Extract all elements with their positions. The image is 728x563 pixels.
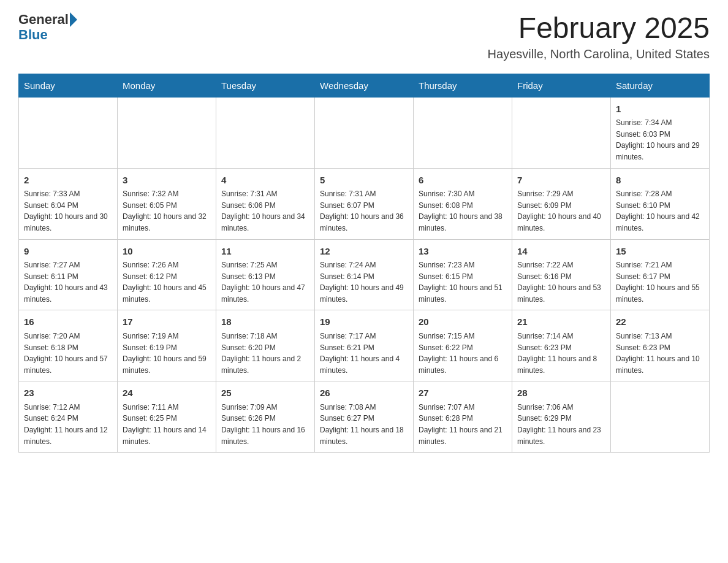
day-info: Sunrise: 7:15 AM Sunset: 6:22 PM Dayligh… xyxy=(419,331,507,376)
logo-general-text: General xyxy=(18,13,69,26)
calendar-cell: 1Sunrise: 7:34 AM Sunset: 6:03 PM Daylig… xyxy=(611,97,710,168)
day-info: Sunrise: 7:23 AM Sunset: 6:15 PM Dayligh… xyxy=(419,259,507,305)
day-of-week-header: Thursday xyxy=(414,74,512,97)
calendar-cell: 2Sunrise: 7:33 AM Sunset: 6:04 PM Daylig… xyxy=(19,168,118,239)
day-number: 28 xyxy=(517,386,605,400)
day-info: Sunrise: 7:12 AM Sunset: 6:24 PM Dayligh… xyxy=(24,402,112,447)
day-info: Sunrise: 7:33 AM Sunset: 6:04 PM Dayligh… xyxy=(24,188,112,234)
location-subtitle: Hayesville, North Carolina, United State… xyxy=(488,47,710,61)
day-of-week-header: Wednesday xyxy=(315,74,414,97)
day-info: Sunrise: 7:18 AM Sunset: 6:20 PM Dayligh… xyxy=(221,331,309,376)
calendar-cell: 12Sunrise: 7:24 AM Sunset: 6:14 PM Dayli… xyxy=(315,239,414,310)
day-info: Sunrise: 7:31 AM Sunset: 6:06 PM Dayligh… xyxy=(221,188,309,234)
day-info: Sunrise: 7:06 AM Sunset: 6:29 PM Dayligh… xyxy=(517,402,605,447)
day-number: 8 xyxy=(616,174,704,188)
day-info: Sunrise: 7:07 AM Sunset: 6:28 PM Dayligh… xyxy=(419,402,507,447)
calendar-cell: 4Sunrise: 7:31 AM Sunset: 6:06 PM Daylig… xyxy=(216,168,315,239)
day-number: 19 xyxy=(320,315,408,329)
day-info: Sunrise: 7:32 AM Sunset: 6:05 PM Dayligh… xyxy=(123,188,211,234)
day-number: 6 xyxy=(419,174,507,188)
day-info: Sunrise: 7:11 AM Sunset: 6:25 PM Dayligh… xyxy=(123,402,211,447)
day-number: 26 xyxy=(320,386,408,400)
day-number: 9 xyxy=(24,245,112,259)
day-number: 2 xyxy=(24,174,112,188)
calendar-cell: 24Sunrise: 7:11 AM Sunset: 6:25 PM Dayli… xyxy=(118,381,216,453)
calendar-cell: 8Sunrise: 7:28 AM Sunset: 6:10 PM Daylig… xyxy=(611,168,710,239)
day-number: 15 xyxy=(616,245,704,259)
calendar-cell xyxy=(611,381,710,453)
calendar-cell: 13Sunrise: 7:23 AM Sunset: 6:15 PM Dayli… xyxy=(414,239,512,310)
day-info: Sunrise: 7:14 AM Sunset: 6:23 PM Dayligh… xyxy=(517,331,605,376)
day-info: Sunrise: 7:09 AM Sunset: 6:26 PM Dayligh… xyxy=(221,402,309,447)
calendar-cell: 20Sunrise: 7:15 AM Sunset: 6:22 PM Dayli… xyxy=(414,310,512,381)
day-number: 23 xyxy=(24,386,112,400)
day-number: 12 xyxy=(320,245,408,259)
calendar-cell xyxy=(315,97,414,168)
day-number: 24 xyxy=(123,386,211,400)
calendar-cell: 23Sunrise: 7:12 AM Sunset: 6:24 PM Dayli… xyxy=(19,381,118,453)
logo: General Blue xyxy=(18,12,78,43)
calendar-cell: 21Sunrise: 7:14 AM Sunset: 6:23 PM Dayli… xyxy=(512,310,611,381)
day-info: Sunrise: 7:19 AM Sunset: 6:19 PM Dayligh… xyxy=(123,331,211,376)
calendar-cell: 11Sunrise: 7:25 AM Sunset: 6:13 PM Dayli… xyxy=(216,239,315,310)
calendar-cell: 7Sunrise: 7:29 AM Sunset: 6:09 PM Daylig… xyxy=(512,168,611,239)
day-info: Sunrise: 7:30 AM Sunset: 6:08 PM Dayligh… xyxy=(419,188,507,234)
day-info: Sunrise: 7:24 AM Sunset: 6:14 PM Dayligh… xyxy=(320,259,408,305)
day-number: 5 xyxy=(320,174,408,188)
day-number: 1 xyxy=(616,102,704,117)
day-of-week-header: Friday xyxy=(512,74,611,97)
calendar-cell: 18Sunrise: 7:18 AM Sunset: 6:20 PM Dayli… xyxy=(216,310,315,381)
calendar-week-row: 16Sunrise: 7:20 AM Sunset: 6:18 PM Dayli… xyxy=(19,310,710,381)
day-info: Sunrise: 7:17 AM Sunset: 6:21 PM Dayligh… xyxy=(320,331,408,376)
day-info: Sunrise: 7:13 AM Sunset: 6:23 PM Dayligh… xyxy=(616,331,704,376)
day-number: 25 xyxy=(221,386,309,400)
calendar-cell: 28Sunrise: 7:06 AM Sunset: 6:29 PM Dayli… xyxy=(512,381,611,453)
day-info: Sunrise: 7:31 AM Sunset: 6:07 PM Dayligh… xyxy=(320,188,408,234)
day-number: 11 xyxy=(221,245,309,259)
day-info: Sunrise: 7:22 AM Sunset: 6:16 PM Dayligh… xyxy=(517,259,605,305)
calendar-week-row: 1Sunrise: 7:34 AM Sunset: 6:03 PM Daylig… xyxy=(19,97,710,168)
day-of-week-header: Tuesday xyxy=(216,74,315,97)
day-number: 18 xyxy=(221,315,309,329)
day-number: 3 xyxy=(123,174,211,188)
calendar-cell xyxy=(512,97,611,168)
day-info: Sunrise: 7:28 AM Sunset: 6:10 PM Dayligh… xyxy=(616,188,704,234)
day-info: Sunrise: 7:25 AM Sunset: 6:13 PM Dayligh… xyxy=(221,259,309,305)
calendar-cell: 14Sunrise: 7:22 AM Sunset: 6:16 PM Dayli… xyxy=(512,239,611,310)
calendar-cell: 25Sunrise: 7:09 AM Sunset: 6:26 PM Dayli… xyxy=(216,381,315,453)
day-number: 10 xyxy=(123,245,211,259)
day-number: 17 xyxy=(123,315,211,329)
calendar-cell: 5Sunrise: 7:31 AM Sunset: 6:07 PM Daylig… xyxy=(315,168,414,239)
title-section: February 2025 Hayesville, North Carolina… xyxy=(488,12,710,61)
day-info: Sunrise: 7:20 AM Sunset: 6:18 PM Dayligh… xyxy=(24,331,112,376)
day-info: Sunrise: 7:34 AM Sunset: 6:03 PM Dayligh… xyxy=(616,117,704,163)
page-header: General Blue February 2025 Hayesville, N… xyxy=(18,12,710,61)
calendar-cell: 17Sunrise: 7:19 AM Sunset: 6:19 PM Dayli… xyxy=(118,310,216,381)
calendar-cell: 26Sunrise: 7:08 AM Sunset: 6:27 PM Dayli… xyxy=(315,381,414,453)
calendar-cell: 6Sunrise: 7:30 AM Sunset: 6:08 PM Daylig… xyxy=(414,168,512,239)
calendar-cell xyxy=(216,97,315,168)
day-number: 14 xyxy=(517,245,605,259)
day-info: Sunrise: 7:27 AM Sunset: 6:11 PM Dayligh… xyxy=(24,259,112,305)
calendar-cell: 15Sunrise: 7:21 AM Sunset: 6:17 PM Dayli… xyxy=(611,239,710,310)
calendar-cell: 3Sunrise: 7:32 AM Sunset: 6:05 PM Daylig… xyxy=(118,168,216,239)
month-year-title: February 2025 xyxy=(488,12,710,45)
calendar-table: SundayMondayTuesdayWednesdayThursdayFrid… xyxy=(18,74,710,453)
day-number: 13 xyxy=(419,245,507,259)
calendar-cell: 9Sunrise: 7:27 AM Sunset: 6:11 PM Daylig… xyxy=(19,239,118,310)
day-number: 27 xyxy=(419,386,507,400)
day-number: 4 xyxy=(221,174,309,188)
day-number: 16 xyxy=(24,315,112,329)
days-header-row: SundayMondayTuesdayWednesdayThursdayFrid… xyxy=(19,74,710,97)
day-of-week-header: Saturday xyxy=(611,74,710,97)
calendar-cell: 22Sunrise: 7:13 AM Sunset: 6:23 PM Dayli… xyxy=(611,310,710,381)
day-of-week-header: Monday xyxy=(118,74,216,97)
calendar-cell: 16Sunrise: 7:20 AM Sunset: 6:18 PM Dayli… xyxy=(19,310,118,381)
logo-blue-text: Blue xyxy=(18,27,48,42)
calendar-cell xyxy=(19,97,118,168)
calendar-week-row: 9Sunrise: 7:27 AM Sunset: 6:11 PM Daylig… xyxy=(19,239,710,310)
day-info: Sunrise: 7:29 AM Sunset: 6:09 PM Dayligh… xyxy=(517,188,605,234)
calendar-week-row: 2Sunrise: 7:33 AM Sunset: 6:04 PM Daylig… xyxy=(19,168,710,239)
calendar-cell xyxy=(118,97,216,168)
day-info: Sunrise: 7:08 AM Sunset: 6:27 PM Dayligh… xyxy=(320,402,408,447)
